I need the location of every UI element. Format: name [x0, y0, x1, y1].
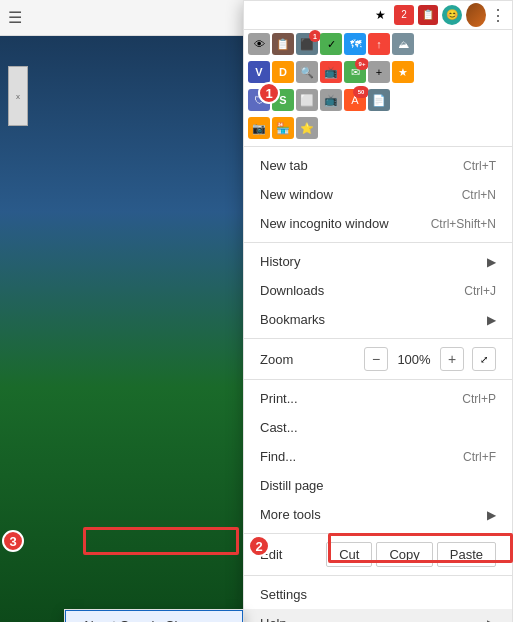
- menu-item-more-tools[interactable]: More tools ▶: [244, 500, 512, 529]
- ext-icon-1[interactable]: 2: [394, 5, 414, 25]
- menu-item-label: Distill page: [260, 478, 324, 493]
- menu-item-bookmarks[interactable]: Bookmarks ▶: [244, 305, 512, 334]
- ext-v[interactable]: V: [248, 61, 270, 83]
- shortcut-new-window: Ctrl+N: [462, 188, 496, 202]
- ext-camera[interactable]: 📷: [248, 117, 270, 139]
- shortcut-print: Ctrl+P: [462, 392, 496, 406]
- ext-row-3: 🛡 S ⬜ 📺 A50 📄: [244, 86, 512, 114]
- ext-star[interactable]: ★: [392, 61, 414, 83]
- step-badge-1: 1: [258, 82, 280, 104]
- step-badge-3: 3: [2, 530, 24, 552]
- help-submenu: About Google Chrome Help center Report a…: [64, 609, 244, 622]
- divider-6: [244, 575, 512, 576]
- ext-icon-3[interactable]: 😊: [442, 5, 462, 25]
- ext-row-4: 📷 🏪 ⭐: [244, 114, 512, 142]
- zoom-controls: − 100% + ⤢: [364, 347, 496, 371]
- ext-row-2: V D 🔍 📺 ✉9+ + ★: [244, 58, 512, 86]
- menu-item-cast[interactable]: Cast...: [244, 413, 512, 442]
- menu-item-label: New incognito window: [260, 216, 389, 231]
- shortcut-new-tab: Ctrl+T: [463, 159, 496, 173]
- menu-item-label: Help: [260, 616, 287, 622]
- ext-block[interactable]: ⬛1: [296, 33, 318, 55]
- more-tools-arrow: ▶: [487, 508, 496, 522]
- menu-item-label: Cast...: [260, 420, 298, 435]
- hamburger-icon[interactable]: ☰: [8, 8, 22, 27]
- ext-arrow[interactable]: ↑: [368, 33, 390, 55]
- menu-item-new-window[interactable]: New window Ctrl+N: [244, 180, 512, 209]
- forest-scene: [0, 36, 260, 622]
- ext-d[interactable]: D: [272, 61, 294, 83]
- menu-item-history[interactable]: History ▶: [244, 247, 512, 276]
- zoom-plus-button[interactable]: +: [440, 347, 464, 371]
- ext-a[interactable]: A50: [344, 89, 366, 111]
- ext-eye[interactable]: 👁: [248, 33, 270, 55]
- ext-mail[interactable]: ✉9+: [344, 61, 366, 83]
- avatar-icon[interactable]: [466, 5, 486, 25]
- ad-banner: x: [8, 66, 28, 126]
- menu-item-downloads[interactable]: Downloads Ctrl+J: [244, 276, 512, 305]
- ext-tv[interactable]: 📺: [320, 61, 342, 83]
- menu-item-label: New tab: [260, 158, 308, 173]
- divider-2: [244, 242, 512, 243]
- divider-3: [244, 338, 512, 339]
- menu-item-label: More tools: [260, 507, 321, 522]
- menu-item-label: Downloads: [260, 283, 324, 298]
- ext-square[interactable]: ⬜: [296, 89, 318, 111]
- menu-item-distill[interactable]: Distill page: [244, 471, 512, 500]
- chrome-menu: ★ 2 📋 😊 ⋮ 👁 📋 ⬛1 ✓ 🗺 ↑ ⛰ V D 🔍 📺 ✉9+: [243, 0, 513, 622]
- ext-clipboard[interactable]: 📋: [272, 33, 294, 55]
- chrome-top-bar: ★ 2 📋 😊 ⋮: [244, 1, 512, 30]
- divider-5: [244, 533, 512, 534]
- ext-search[interactable]: 🔍: [296, 61, 318, 83]
- submenu-item-about[interactable]: About Google Chrome: [65, 610, 243, 622]
- copy-button[interactable]: Copy: [376, 542, 432, 567]
- ext-badge-2: 9+: [355, 58, 369, 70]
- menu-item-incognito[interactable]: New incognito window Ctrl+Shift+N: [244, 209, 512, 238]
- menu-item-label: Print...: [260, 391, 298, 406]
- shortcut-incognito: Ctrl+Shift+N: [431, 217, 496, 231]
- menu-item-new-tab[interactable]: New tab Ctrl+T: [244, 151, 512, 180]
- ext-store[interactable]: 🏪: [272, 117, 294, 139]
- divider-1: [244, 146, 512, 147]
- zoom-minus-button[interactable]: −: [364, 347, 388, 371]
- zoom-value: 100%: [396, 352, 432, 367]
- ext-mountain[interactable]: ⛰: [392, 33, 414, 55]
- menu-item-find[interactable]: Find... Ctrl+F: [244, 442, 512, 471]
- menu-item-print[interactable]: Print... Ctrl+P: [244, 384, 512, 413]
- ext-icon-2[interactable]: 📋: [418, 5, 438, 25]
- ext-plus[interactable]: +: [368, 61, 390, 83]
- help-arrow: ▶: [487, 617, 496, 623]
- paste-button[interactable]: Paste: [437, 542, 496, 567]
- ext-check[interactable]: ✓: [320, 33, 342, 55]
- ext-row-1: 👁 📋 ⬛1 ✓ 🗺 ↑ ⛰: [244, 30, 512, 58]
- ext-doc[interactable]: 📄: [368, 89, 390, 111]
- menu-item-settings[interactable]: Settings: [244, 580, 512, 609]
- divider-4: [244, 379, 512, 380]
- ext-star2[interactable]: ⭐: [296, 117, 318, 139]
- history-arrow: ▶: [487, 255, 496, 269]
- submenu-label: About Google Chrome: [82, 618, 211, 622]
- fullscreen-button[interactable]: ⤢: [472, 347, 496, 371]
- menu-item-label: History: [260, 254, 300, 269]
- ext-tv2[interactable]: 📺: [320, 89, 342, 111]
- shortcut-downloads: Ctrl+J: [464, 284, 496, 298]
- ext-badge-3: 50: [353, 86, 369, 98]
- browser-content: x: [0, 36, 260, 622]
- cut-button[interactable]: Cut: [326, 542, 372, 567]
- edit-row: Edit Cut Copy Paste: [244, 538, 512, 571]
- zoom-row: Zoom − 100% + ⤢: [244, 343, 512, 375]
- kebab-icon[interactable]: ⋮: [490, 6, 506, 25]
- menu-item-help[interactable]: Help ▶ About Google Chrome Help center R…: [244, 609, 512, 622]
- shortcut-find: Ctrl+F: [463, 450, 496, 464]
- star-icon[interactable]: ★: [370, 5, 390, 25]
- zoom-label: Zoom: [260, 352, 293, 367]
- browser-toolbar: ☰: [0, 0, 260, 36]
- ext-map[interactable]: 🗺: [344, 33, 366, 55]
- menu-item-label: New window: [260, 187, 333, 202]
- step-badge-2: 2: [248, 535, 270, 557]
- browser-background: ☰ x: [0, 0, 260, 622]
- menu-item-label: Find...: [260, 449, 296, 464]
- menu-item-label: Bookmarks: [260, 312, 325, 327]
- bookmarks-arrow: ▶: [487, 313, 496, 327]
- menu-item-label: Settings: [260, 587, 307, 602]
